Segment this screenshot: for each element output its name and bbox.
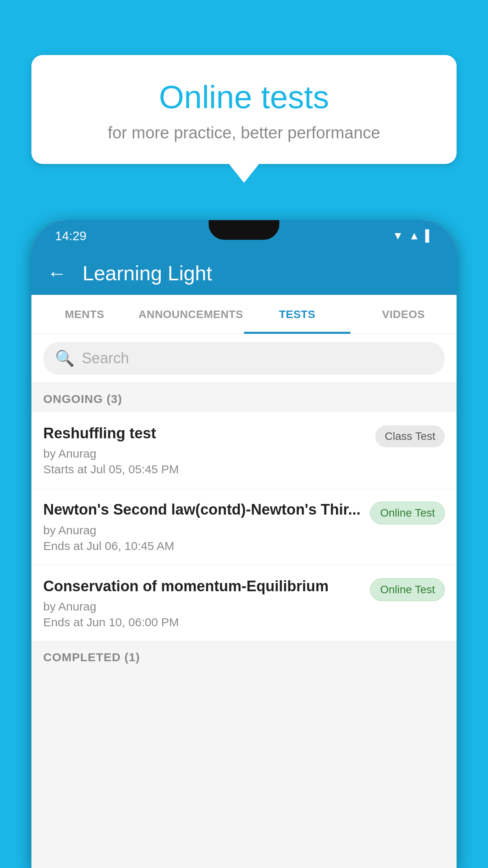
test-info-1: Reshuffling test by Anurag Starts at Jul… — [43, 424, 375, 476]
tab-videos[interactable]: VIDEOS — [350, 295, 457, 334]
bubble-title: Online tests — [47, 79, 441, 116]
test-item-1[interactable]: Reshuffling test by Anurag Starts at Jul… — [31, 412, 457, 488]
test-by-1: by Anurag — [43, 447, 367, 460]
test-name-1: Reshuffling test — [43, 424, 367, 443]
tab-ments[interactable]: MENTS — [31, 295, 138, 334]
search-icon: 🔍 — [55, 349, 75, 368]
app-title: Learning Light — [83, 261, 212, 285]
test-by-2: by Anurag — [43, 524, 362, 537]
tab-announcements[interactable]: ANNOUNCEMENTS — [138, 295, 244, 334]
tabs-bar: MENTS ANNOUNCEMENTS TESTS VIDEOS — [31, 295, 457, 334]
phone-notch — [209, 220, 279, 240]
test-info-2: Newton's Second law(contd)-Newton's Thir… — [43, 500, 370, 552]
ongoing-section-header: ONGOING (3) — [31, 383, 457, 412]
test-item-2[interactable]: Newton's Second law(contd)-Newton's Thir… — [31, 488, 457, 565]
test-badge-2: Online Test — [370, 502, 445, 524]
wifi-icon: ▼ — [393, 230, 404, 242]
completed-section-header: COMPLETED (1) — [31, 641, 457, 670]
phone-frame: 14:29 ▼ ▲ ▌ ← Learning Light MENTS ANNOU… — [31, 220, 457, 868]
tab-tests[interactable]: TESTS — [244, 295, 350, 334]
app-content: 🔍 Search ONGOING (3) Reshuffling test by… — [31, 334, 457, 868]
test-name-2: Newton's Second law(contd)-Newton's Thir… — [43, 500, 362, 519]
signal-icon: ▲ — [409, 230, 420, 242]
bubble-subtitle: for more practice, better performance — [47, 123, 441, 142]
app-header: ← Learning Light — [31, 252, 457, 295]
search-container: 🔍 Search — [31, 334, 457, 383]
status-icons: ▼ ▲ ▌ — [393, 230, 433, 242]
search-input-wrapper[interactable]: 🔍 Search — [43, 342, 445, 375]
back-button[interactable]: ← — [47, 262, 67, 285]
inner-phone: 14:29 ▼ ▲ ▌ ← Learning Light MENTS ANNOU… — [31, 220, 457, 868]
status-time: 14:29 — [55, 229, 86, 243]
phone-screen: 14:29 ▼ ▲ ▌ ← Learning Light MENTS ANNOU… — [31, 220, 457, 868]
test-time-2: Ends at Jul 06, 10:45 AM — [43, 539, 362, 553]
test-by-3: by Anurag — [43, 600, 362, 613]
speech-bubble: Online tests for more practice, better p… — [31, 55, 457, 164]
test-badge-3: Online Test — [370, 578, 445, 601]
test-time-3: Ends at Jun 10, 06:00 PM — [43, 616, 362, 629]
test-time-1: Starts at Jul 05, 05:45 PM — [43, 463, 367, 476]
test-badge-1: Class Test — [375, 425, 445, 447]
test-name-3: Conservation of momentum-Equilibrium — [43, 577, 362, 596]
status-bar: 14:29 ▼ ▲ ▌ — [31, 220, 457, 252]
battery-icon: ▌ — [425, 230, 433, 242]
test-info-3: Conservation of momentum-Equilibrium by … — [43, 577, 370, 629]
completed-label: COMPLETED (1) — [43, 651, 140, 664]
ongoing-label: ONGOING (3) — [43, 392, 122, 405]
test-item-3[interactable]: Conservation of momentum-Equilibrium by … — [31, 565, 457, 641]
search-placeholder: Search — [82, 350, 129, 367]
